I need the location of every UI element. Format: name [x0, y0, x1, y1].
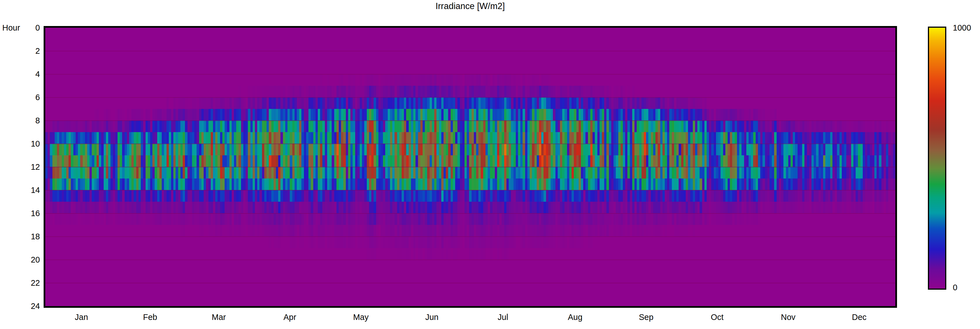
y-tick-label-6: 6	[0, 93, 40, 102]
x-tick-label-Jul: Jul	[498, 313, 508, 322]
heatmap-plot-area	[44, 26, 897, 308]
y-tick-label-22: 22	[0, 278, 40, 288]
x-tick-label-Mar: Mar	[212, 313, 226, 322]
x-tick-label-Oct: Oct	[711, 313, 723, 322]
y-tick-label-2: 2	[0, 46, 40, 56]
x-tick-label-May: May	[353, 313, 369, 322]
x-tick-label-Nov: Nov	[781, 313, 795, 322]
x-tick-label-Sep: Sep	[639, 313, 654, 322]
x-tick-label-Aug: Aug	[568, 313, 582, 322]
y-tick-label-4: 4	[0, 70, 40, 79]
heatmap-canvas	[45, 28, 895, 306]
chart-title: Irradiance [W/m2]	[436, 1, 505, 11]
y-tick-label-0: 0	[0, 23, 40, 33]
y-tick-label-12: 12	[0, 162, 40, 172]
x-tick-label-Apr: Apr	[283, 313, 296, 322]
x-tick-label-Jan: Jan	[75, 313, 88, 322]
colorbar	[928, 27, 946, 289]
y-tick-label-8: 8	[0, 116, 40, 125]
colorbar-max-label: 1000	[953, 23, 971, 33]
colorbar-min-label: 0	[953, 283, 957, 292]
x-tick-label-Feb: Feb	[143, 313, 157, 322]
x-tick-label-Jun: Jun	[425, 313, 438, 322]
irradiance-heatmap-page: { "chart_data": { "type": "heatmap", "ti…	[0, 0, 980, 329]
y-tick-label-14: 14	[0, 185, 40, 195]
y-tick-label-20: 20	[0, 255, 40, 264]
y-tick-label-18: 18	[0, 232, 40, 241]
y-tick-label-24: 24	[0, 302, 40, 311]
colorbar-gradient	[929, 28, 945, 289]
y-tick-label-16: 16	[0, 209, 40, 218]
y-tick-label-10: 10	[0, 139, 40, 149]
x-tick-label-Dec: Dec	[852, 313, 867, 322]
